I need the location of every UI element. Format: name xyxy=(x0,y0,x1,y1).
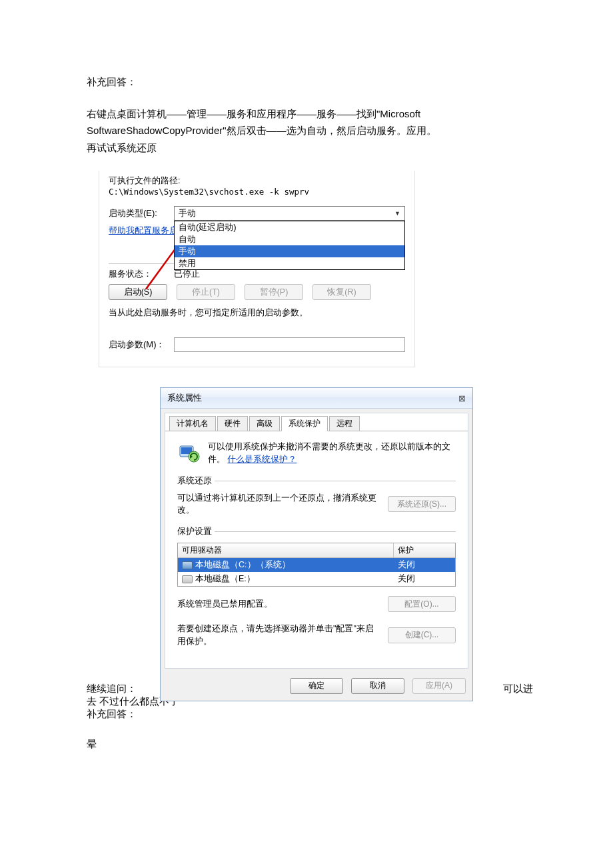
followup-label: 继续追问： xyxy=(87,683,137,695)
protection-description: 可以使用系统保护来撤消不需要的系统更改，还原以前版本的文件。 什么是系统保护？ xyxy=(208,441,456,466)
create-button: 创建(C)... xyxy=(388,627,456,643)
startup-option-manual[interactable]: 手动 xyxy=(175,245,404,257)
system-restore-button: 系统还原(S)... xyxy=(388,496,456,512)
admin-disabled-text: 系统管理员已禁用配置。 xyxy=(177,598,381,611)
instructions-line-3: 再试试系统还原 xyxy=(87,142,157,153)
drive-c-state: 关闭 xyxy=(394,558,455,572)
cancel-button[interactable]: 取消 xyxy=(351,678,404,694)
executable-path-label: 可执行文件的路径: xyxy=(109,175,405,187)
dizzy-text: 晕 xyxy=(87,735,533,753)
tab-hardware[interactable]: 硬件 xyxy=(217,416,248,431)
drive-icon xyxy=(182,575,193,583)
column-drive: 可用驱动器 xyxy=(178,543,394,557)
resume-button: 恢复(R) xyxy=(312,284,371,300)
startup-type-label: 启动类型(E): xyxy=(109,207,174,219)
followup-tail: 可以进 xyxy=(499,683,533,695)
create-point-text: 若要创建还原点，请先选择驱动器并单击"配置"来启用保护。 xyxy=(177,623,381,648)
reply-heading: 补充回答： xyxy=(87,73,533,91)
tab-bar: 计算机名 硬件 高级 系统保护 远程 xyxy=(165,413,468,431)
drive-icon xyxy=(182,561,193,569)
drive-e-label: 本地磁盘（E:） xyxy=(195,573,255,585)
tab-computer-name[interactable]: 计算机名 xyxy=(169,416,216,431)
drive-e-state: 关闭 xyxy=(394,572,455,586)
instructions-line-2: SoftwareShadowCopyProvider"然后双击——选为自动，然后… xyxy=(87,125,436,136)
what-is-protection-link[interactable]: 什么是系统保护？ xyxy=(227,455,297,464)
drive-row-c[interactable]: 本地磁盘（C:）（系统） 关闭 xyxy=(178,558,455,572)
startup-option-disabled[interactable]: 禁用 xyxy=(175,257,404,269)
help-configure-link[interactable]: 帮助我配置服务启 xyxy=(109,225,178,235)
instructions-paragraph: 右键点桌面计算机——管理——服务和应用程序——服务——找到"Microsoft … xyxy=(87,105,533,157)
system-properties-dialog: 系统属性 ⊠ 计算机名 硬件 高级 系统保护 远程 xyxy=(160,387,473,701)
dialog-title: 系统属性 xyxy=(167,392,202,404)
system-restore-group-label: 系统还原 xyxy=(177,475,212,487)
startup-option-auto[interactable]: 自动 xyxy=(175,233,404,245)
drive-row-e[interactable]: 本地磁盘（E:） 关闭 xyxy=(178,572,455,586)
service-properties-panel: 可执行文件的路径: C:\Windows\System32\svchost.ex… xyxy=(99,171,415,367)
stop-button: 停止(T) xyxy=(177,284,235,300)
restore-description: 可以通过将计算机还原到上一个还原点，撤消系统更改。 xyxy=(177,492,381,517)
pause-button: 暂停(P) xyxy=(245,284,303,300)
drive-list[interactable]: 可用驱动器 保护 本地磁盘（C:）（系统） 关闭 本地磁盘（E:） 关闭 xyxy=(177,543,456,587)
start-params-input[interactable] xyxy=(174,337,405,352)
startup-option-auto-delayed[interactable]: 自动(延迟启动) xyxy=(175,221,404,233)
tab-system-protection[interactable]: 系统保护 xyxy=(281,416,328,431)
service-status-label: 服务状态： xyxy=(109,268,174,280)
apply-button: 应用(A) xyxy=(412,678,466,694)
protection-settings-group: 保护设置 可用驱动器 保护 本地磁盘（C:）（系统） 关闭 xyxy=(177,526,456,648)
tab-advanced[interactable]: 高级 xyxy=(249,416,280,431)
system-restore-group: 系统还原 可以通过将计算机还原到上一个还原点，撤消系统更改。 系统还原(S)..… xyxy=(177,475,456,517)
startup-type-listbox[interactable]: 自动(延迟启动) 自动 手动 禁用 xyxy=(174,221,405,270)
system-protection-icon xyxy=(177,441,201,465)
executable-path-value: C:\Windows\System32\svchost.exe -k swprv xyxy=(109,187,405,197)
ok-button[interactable]: 确定 xyxy=(290,678,343,694)
configure-button: 配置(O)... xyxy=(388,596,456,612)
start-button[interactable]: 启动(S) xyxy=(109,284,167,300)
column-protection: 保护 xyxy=(394,543,455,557)
startup-type-selected: 手动 xyxy=(179,207,196,219)
start-params-hint: 当从此处启动服务时，您可指定所适用的启动参数。 xyxy=(109,307,405,319)
tab-remote[interactable]: 远程 xyxy=(329,416,360,431)
start-params-label: 启动参数(M)： xyxy=(109,339,174,351)
startup-type-dropdown[interactable]: 手动 xyxy=(174,206,405,221)
protection-settings-label: 保护设置 xyxy=(177,526,212,537)
drive-c-label: 本地磁盘（C:）（系统） xyxy=(195,559,291,571)
instructions-line-1: 右键点桌面计算机——管理——服务和应用程序——服务——找到"Microsoft xyxy=(87,108,420,119)
reply-heading-2: 补充回答： xyxy=(87,708,533,721)
close-icon[interactable]: ⊠ xyxy=(458,393,466,403)
